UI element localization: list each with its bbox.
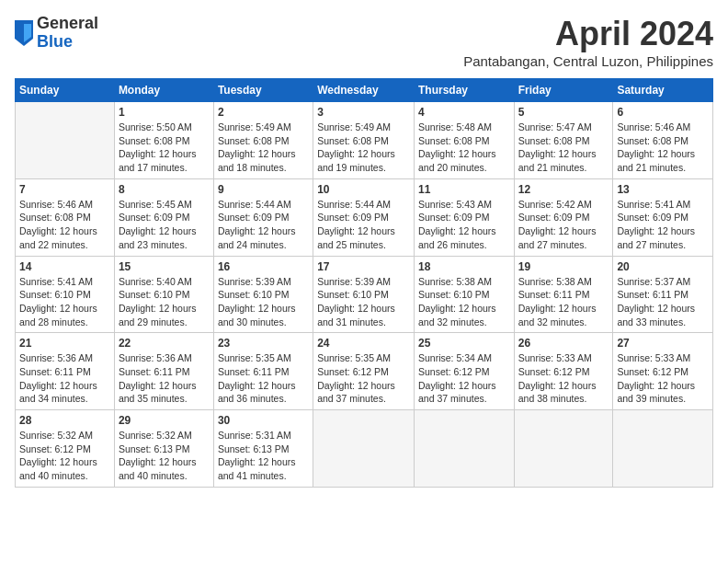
weekday-header-cell: Saturday [613,79,713,102]
calendar-day-cell: 5Sunrise: 5:47 AM Sunset: 6:08 PM Daylig… [514,102,613,179]
day-number: 24 [317,337,410,350]
day-number: 15 [119,260,210,273]
calendar-day-cell: 27Sunrise: 5:33 AM Sunset: 6:12 PM Dayli… [613,333,713,410]
calendar-day-cell: 16Sunrise: 5:39 AM Sunset: 6:10 PM Dayli… [213,256,313,333]
calendar-day-cell [613,410,713,488]
day-info: Sunrise: 5:39 AM Sunset: 6:10 PM Dayligh… [218,275,309,329]
calendar-day-cell: 3Sunrise: 5:49 AM Sunset: 6:08 PM Daylig… [313,102,415,179]
weekday-header-cell: Tuesday [213,79,313,102]
day-number: 7 [19,183,110,196]
day-info: Sunrise: 5:31 AM Sunset: 6:13 PM Dayligh… [218,429,309,483]
day-info: Sunrise: 5:38 AM Sunset: 6:11 PM Dayligh… [518,275,609,329]
calendar-day-cell: 4Sunrise: 5:48 AM Sunset: 6:08 PM Daylig… [414,102,514,179]
day-info: Sunrise: 5:47 AM Sunset: 6:08 PM Dayligh… [518,121,609,175]
day-info: Sunrise: 5:33 AM Sunset: 6:12 PM Dayligh… [518,351,609,406]
day-number: 25 [418,337,510,350]
calendar-day-cell: 19Sunrise: 5:38 AM Sunset: 6:11 PM Dayli… [514,256,613,333]
day-number: 9 [218,183,309,196]
calendar-day-cell [514,410,613,488]
day-number: 18 [418,260,510,273]
calendar-day-cell [16,102,115,179]
calendar-day-cell: 13Sunrise: 5:41 AM Sunset: 6:09 PM Dayli… [613,178,713,256]
day-info: Sunrise: 5:35 AM Sunset: 6:11 PM Dayligh… [218,351,309,406]
day-number: 20 [617,260,709,273]
day-info: Sunrise: 5:43 AM Sunset: 6:09 PM Dayligh… [418,198,510,252]
calendar-week-row: 14Sunrise: 5:41 AM Sunset: 6:10 PM Dayli… [16,256,713,333]
calendar-day-cell: 23Sunrise: 5:35 AM Sunset: 6:11 PM Dayli… [213,333,313,410]
day-number: 28 [19,414,110,427]
day-number: 16 [218,260,309,273]
day-number: 14 [19,260,110,273]
calendar-day-cell: 25Sunrise: 5:34 AM Sunset: 6:12 PM Dayli… [414,333,514,410]
calendar-day-cell: 12Sunrise: 5:42 AM Sunset: 6:09 PM Dayli… [514,178,613,256]
day-number: 13 [617,183,709,196]
logo-icon [15,20,33,46]
calendar-table: SundayMondayTuesdayWednesdayThursdayFrid… [15,78,713,488]
calendar-day-cell: 29Sunrise: 5:32 AM Sunset: 6:13 PM Dayli… [114,410,213,488]
calendar-day-cell: 6Sunrise: 5:46 AM Sunset: 6:08 PM Daylig… [613,102,713,179]
day-info: Sunrise: 5:38 AM Sunset: 6:10 PM Dayligh… [418,275,510,329]
logo: General Blue [15,15,98,52]
calendar-day-cell: 11Sunrise: 5:43 AM Sunset: 6:09 PM Dayli… [414,178,514,256]
day-number: 1 [119,106,210,119]
logo-blue-text: Blue [37,33,98,52]
day-number: 4 [418,106,510,119]
calendar-day-cell: 10Sunrise: 5:44 AM Sunset: 6:09 PM Dayli… [313,178,415,256]
calendar-day-cell: 15Sunrise: 5:40 AM Sunset: 6:10 PM Dayli… [114,256,213,333]
day-number: 29 [119,414,210,427]
day-info: Sunrise: 5:33 AM Sunset: 6:12 PM Dayligh… [617,351,709,406]
page-header: General Blue April 2024 Pantabangan, Cen… [15,15,713,69]
logo-general-text: General [37,15,98,33]
calendar-week-row: 1Sunrise: 5:50 AM Sunset: 6:08 PM Daylig… [16,102,713,179]
month-title: April 2024 [463,15,713,53]
day-info: Sunrise: 5:39 AM Sunset: 6:10 PM Dayligh… [317,275,410,329]
day-info: Sunrise: 5:40 AM Sunset: 6:10 PM Dayligh… [119,275,210,329]
day-number: 3 [317,106,410,119]
calendar-day-cell: 7Sunrise: 5:46 AM Sunset: 6:08 PM Daylig… [16,178,115,256]
weekday-header-cell: Wednesday [313,79,415,102]
calendar-day-cell: 22Sunrise: 5:36 AM Sunset: 6:11 PM Dayli… [114,333,213,410]
day-number: 22 [119,337,210,350]
day-info: Sunrise: 5:41 AM Sunset: 6:09 PM Dayligh… [617,198,709,252]
day-info: Sunrise: 5:34 AM Sunset: 6:12 PM Dayligh… [418,351,510,406]
calendar-day-cell: 8Sunrise: 5:45 AM Sunset: 6:09 PM Daylig… [114,178,213,256]
day-info: Sunrise: 5:41 AM Sunset: 6:10 PM Dayligh… [19,275,110,329]
day-info: Sunrise: 5:49 AM Sunset: 6:08 PM Dayligh… [317,121,410,175]
day-number: 27 [617,337,709,350]
day-info: Sunrise: 5:50 AM Sunset: 6:08 PM Dayligh… [119,121,210,175]
calendar-week-row: 7Sunrise: 5:46 AM Sunset: 6:08 PM Daylig… [16,178,713,256]
day-number: 26 [518,337,609,350]
day-number: 30 [218,414,309,427]
calendar-day-cell: 1Sunrise: 5:50 AM Sunset: 6:08 PM Daylig… [114,102,213,179]
day-info: Sunrise: 5:46 AM Sunset: 6:08 PM Dayligh… [617,121,709,175]
calendar-day-cell: 30Sunrise: 5:31 AM Sunset: 6:13 PM Dayli… [213,410,313,488]
day-info: Sunrise: 5:42 AM Sunset: 6:09 PM Dayligh… [518,198,609,252]
calendar-day-cell: 28Sunrise: 5:32 AM Sunset: 6:12 PM Dayli… [16,410,115,488]
day-info: Sunrise: 5:46 AM Sunset: 6:08 PM Dayligh… [19,198,110,252]
calendar-header: SundayMondayTuesdayWednesdayThursdayFrid… [16,79,713,102]
day-number: 10 [317,183,410,196]
weekday-header-row: SundayMondayTuesdayWednesdayThursdayFrid… [16,79,713,102]
location-text: Pantabangan, Central Luzon, Philippines [463,53,713,69]
day-info: Sunrise: 5:36 AM Sunset: 6:11 PM Dayligh… [19,351,110,406]
calendar-week-row: 21Sunrise: 5:36 AM Sunset: 6:11 PM Dayli… [16,333,713,410]
calendar-day-cell: 18Sunrise: 5:38 AM Sunset: 6:10 PM Dayli… [414,256,514,333]
day-number: 21 [19,337,110,350]
day-info: Sunrise: 5:32 AM Sunset: 6:13 PM Dayligh… [119,429,210,483]
day-number: 17 [317,260,410,273]
day-info: Sunrise: 5:45 AM Sunset: 6:09 PM Dayligh… [119,198,210,252]
weekday-header-cell: Sunday [16,79,115,102]
day-number: 23 [218,337,309,350]
day-info: Sunrise: 5:44 AM Sunset: 6:09 PM Dayligh… [218,198,309,252]
day-number: 2 [218,106,309,119]
title-block: April 2024 Pantabangan, Central Luzon, P… [463,15,713,69]
day-info: Sunrise: 5:49 AM Sunset: 6:08 PM Dayligh… [218,121,309,175]
calendar-day-cell: 24Sunrise: 5:35 AM Sunset: 6:12 PM Dayli… [313,333,415,410]
day-number: 8 [119,183,210,196]
day-info: Sunrise: 5:36 AM Sunset: 6:11 PM Dayligh… [119,351,210,406]
weekday-header-cell: Monday [114,79,213,102]
day-info: Sunrise: 5:35 AM Sunset: 6:12 PM Dayligh… [317,351,410,406]
calendar-day-cell [313,410,415,488]
calendar-day-cell: 20Sunrise: 5:37 AM Sunset: 6:11 PM Dayli… [613,256,713,333]
day-info: Sunrise: 5:32 AM Sunset: 6:12 PM Dayligh… [19,429,110,483]
